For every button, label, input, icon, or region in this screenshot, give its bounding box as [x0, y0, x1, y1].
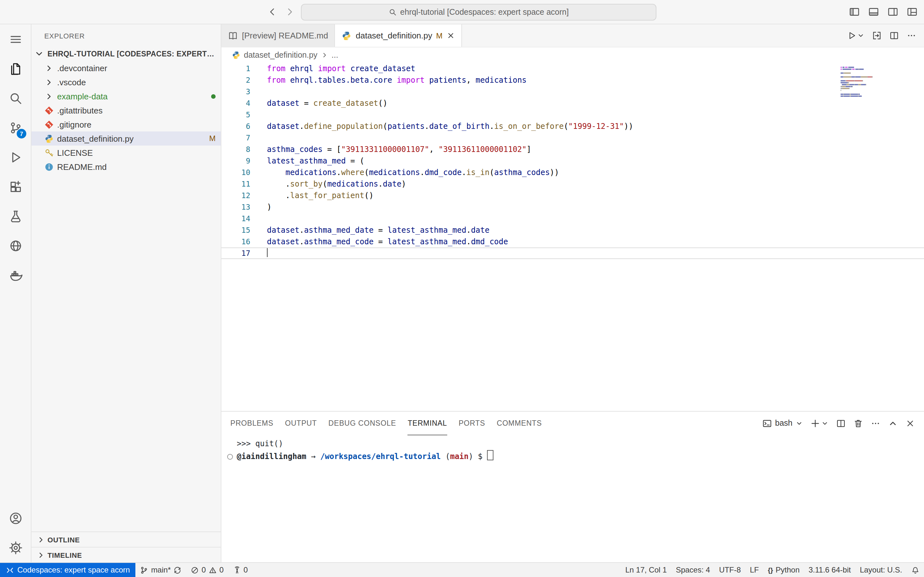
- kill-terminal-icon[interactable]: [853, 418, 863, 428]
- layout-panel-icon[interactable]: [868, 6, 879, 17]
- code-line[interactable]: 1from ehrql import create_dataset: [221, 63, 924, 74]
- activity-item-globe[interactable]: [0, 231, 31, 260]
- statusbar-3-11-6-64-bit[interactable]: 3.11.6 64-bit: [804, 563, 855, 577]
- editor-tab[interactable]: [Preview] README.md: [221, 24, 335, 47]
- chevron-right-icon: [37, 535, 45, 544]
- panel-tab-problems[interactable]: PROBLEMS: [230, 412, 273, 435]
- activity-item-testing[interactable]: [0, 201, 31, 231]
- tree-item-.gitattributes[interactable]: .gitattributes: [31, 103, 221, 117]
- code-text: asthma_codes = ["39113311000001107", "39…: [250, 143, 531, 155]
- code-line[interactable]: 15dataset.asthma_med_date = latest_asthm…: [221, 224, 924, 236]
- code-line[interactable]: 3: [221, 86, 924, 97]
- panel-tab-output[interactable]: OUTPUT: [285, 412, 317, 435]
- statusbar-ln-17-col-1[interactable]: Ln 17, Col 1: [621, 563, 671, 577]
- terminal-output[interactable]: >>> quit()@iaindillingham → /workspaces/…: [221, 435, 924, 562]
- code-line[interactable]: 4dataset = create_dataset(): [221, 97, 924, 109]
- code-editor[interactable]: 1from ehrql import create_dataset2from e…: [221, 63, 924, 411]
- terminal-profile-selector[interactable]: bash: [762, 418, 803, 428]
- code-line[interactable]: 9latest_asthma_med = (: [221, 155, 924, 167]
- activity-item-docker[interactable]: [0, 260, 31, 290]
- tree-item-label: example-data: [57, 91, 108, 101]
- statusbar-utf-8[interactable]: UTF-8: [714, 563, 745, 577]
- panel-tab-comments[interactable]: COMMENTS: [497, 412, 542, 435]
- layout-customize-icon[interactable]: [907, 6, 918, 17]
- panel-tab-debug-console[interactable]: DEBUG CONSOLE: [328, 412, 396, 435]
- timeline-section[interactable]: TIMELINE: [31, 547, 221, 562]
- activity-item-run-debug[interactable]: [0, 142, 31, 172]
- code-line[interactable]: 12 .last_for_patient(): [221, 190, 924, 201]
- statusbar-layout-u-s-[interactable]: Layout: U.S.: [855, 563, 907, 577]
- code-line[interactable]: 8asthma_codes = ["39113311000001107", "3…: [221, 143, 924, 155]
- chevron-down-icon[interactable]: [857, 32, 864, 39]
- tree-item-.devcontainer[interactable]: .devcontainer: [31, 61, 221, 75]
- statusbar-branch[interactable]: main*: [136, 563, 186, 577]
- statusbar-label: 3.11.6 64-bit: [809, 566, 851, 574]
- line-number: 16: [221, 236, 250, 247]
- code-line[interactable]: 11 .sort_by(medications.date): [221, 178, 924, 190]
- tree-item-label: README.md: [57, 162, 107, 171]
- minimap[interactable]: [841, 67, 884, 99]
- panel-tab-ports[interactable]: PORTS: [459, 412, 485, 435]
- code-text: dataset.asthma_med_code = latest_asthma_…: [250, 236, 508, 247]
- code-line[interactable]: 5: [221, 109, 924, 121]
- terminal-line: >>> quit(): [221, 438, 924, 450]
- activity-item-files[interactable]: [0, 54, 31, 83]
- code-line[interactable]: 7: [221, 132, 924, 143]
- split-terminal-icon[interactable]: [836, 418, 846, 428]
- statusbar-spaces-4[interactable]: Spaces: 4: [671, 563, 714, 577]
- breadcrumb-symbol[interactable]: ...: [331, 51, 338, 60]
- tree-item-.gitignore[interactable]: .gitignore: [31, 117, 221, 131]
- close-icon[interactable]: [446, 31, 455, 40]
- back-icon[interactable]: [268, 7, 277, 17]
- statusbar-remote[interactable]: Codespaces: expert space acorn: [0, 563, 136, 577]
- layout-sidebar-left-icon[interactable]: [849, 6, 860, 17]
- statusbar-python[interactable]: {}Python: [763, 563, 804, 577]
- open-changes-icon[interactable]: [872, 31, 882, 40]
- activity-item-search[interactable]: [0, 83, 31, 113]
- activity-item-settings[interactable]: [0, 533, 31, 562]
- new-terminal-button[interactable]: [811, 418, 829, 428]
- tree-item-dataset_definition.py[interactable]: dataset_definition.pyM: [31, 131, 221, 145]
- code-line[interactable]: 14: [221, 213, 924, 224]
- panel-tab-terminal[interactable]: TERMINAL: [408, 412, 447, 435]
- layout-sidebar-right-icon[interactable]: [887, 6, 898, 17]
- text-cursor: [267, 248, 268, 257]
- code-line[interactable]: 13): [221, 201, 924, 213]
- command-center[interactable]: ehrql-tutorial [Codespaces: expert space…: [301, 3, 656, 20]
- statusbar-bell[interactable]: [907, 563, 924, 577]
- explorer-root-folder[interactable]: EHRQL-TUTORIAL [CODESPACES: EXPERT SPA..…: [31, 47, 221, 61]
- statusbar-radio-tower[interactable]: 0: [228, 563, 252, 577]
- tree-item-LICENSE[interactable]: LICENSE: [31, 145, 221, 160]
- split-editor-icon[interactable]: [889, 31, 899, 40]
- statusbar-error[interactable]: 00: [186, 563, 228, 577]
- panel-more-icon[interactable]: [871, 418, 880, 428]
- code-line[interactable]: 10 medications.where(medications.dmd_cod…: [221, 167, 924, 178]
- breadcrumb-file[interactable]: dataset_definition.py: [244, 51, 317, 60]
- code-line[interactable]: 2from ehrql.tables.beta.core import pati…: [221, 74, 924, 86]
- breadcrumb[interactable]: dataset_definition.py ...: [221, 47, 924, 63]
- outline-section[interactable]: OUTLINE: [31, 532, 221, 547]
- maximize-panel-icon[interactable]: [888, 418, 898, 428]
- chevron-down-icon[interactable]: [821, 420, 829, 427]
- code-line[interactable]: 16dataset.asthma_med_code = latest_asthm…: [221, 236, 924, 247]
- close-panel-icon[interactable]: [905, 418, 915, 428]
- editor-tab[interactable]: dataset_definition.pyM: [335, 24, 462, 47]
- run-python-file-button[interactable]: [847, 31, 864, 40]
- tree-item-.vscode[interactable]: .vscode: [31, 75, 221, 89]
- forward-icon[interactable]: [285, 7, 294, 17]
- command-decoration-icon[interactable]: [227, 454, 233, 459]
- activity-item-menu[interactable]: [0, 24, 31, 54]
- more-actions-icon[interactable]: [907, 31, 916, 40]
- activity-item-extensions[interactable]: [0, 172, 31, 201]
- statusbar-lf[interactable]: LF: [745, 563, 763, 577]
- chevron-right-icon: [44, 63, 54, 73]
- activity-item-source-control[interactable]: 7: [0, 113, 31, 142]
- tree-item-example-data[interactable]: example-data: [31, 89, 221, 103]
- line-number: 12: [221, 190, 250, 201]
- code-line[interactable]: 6dataset.define_population(patients.date…: [221, 121, 924, 132]
- tree-item-README.md[interactable]: README.md: [31, 160, 221, 174]
- code-line[interactable]: 17: [221, 247, 924, 259]
- minimap-line: [841, 73, 884, 74]
- info-icon: [44, 162, 54, 171]
- activity-item-account[interactable]: [0, 503, 31, 533]
